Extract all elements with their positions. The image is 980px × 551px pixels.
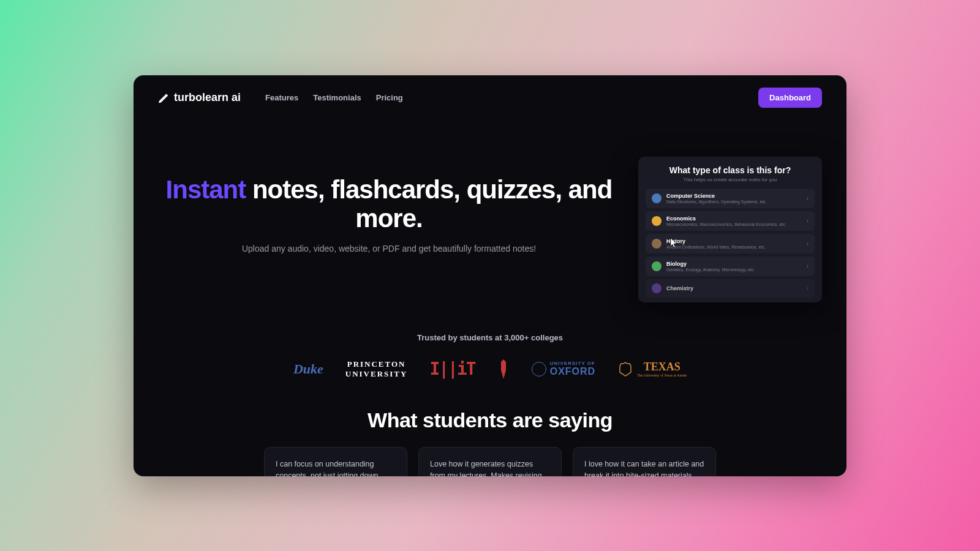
logo-princeton: PRINCETONUNIVERSITY xyxy=(345,357,408,381)
class-subject-icon xyxy=(652,216,662,226)
class-subject-icon xyxy=(652,239,662,249)
class-option-computer-science[interactable]: Computer ScienceData Structures, Algorit… xyxy=(646,189,815,208)
nav-links: Features Testimonials Pricing xyxy=(265,93,403,102)
university-logos: Duke PRINCETONUNIVERSITY I||iT UNIVERSIT… xyxy=(134,357,846,381)
class-type-modal: What type of class is this for? This hel… xyxy=(638,157,822,302)
class-subject-icon xyxy=(652,283,662,293)
nav-pricing[interactable]: Pricing xyxy=(376,93,403,102)
class-name: Biology xyxy=(666,261,802,267)
nav-testimonials[interactable]: Testimonials xyxy=(313,93,361,102)
class-subject-icon xyxy=(652,193,662,203)
class-option-biology[interactable]: BiologyGenetics, Ecology, Anatomy, Micro… xyxy=(646,257,815,276)
chevron-right-icon: › xyxy=(807,263,809,269)
chevron-right-icon: › xyxy=(807,240,809,247)
class-name: Computer Science xyxy=(666,193,802,199)
class-option-history[interactable]: HistoryAncient Civilizations, World Wars… xyxy=(646,234,815,253)
class-desc: Data Structures, Algorithms, Operating S… xyxy=(666,200,802,204)
modal-subtitle: This helps us create accurate notes for … xyxy=(646,177,815,182)
logo-duke: Duke xyxy=(293,357,323,381)
hero-right: What type of class is this for? This hel… xyxy=(638,175,822,302)
chevron-right-icon: › xyxy=(807,217,809,224)
top-nav: turbolearn ai Features Testimonials Pric… xyxy=(134,75,846,120)
headline-rest: notes, flashcards, quizzes, and more. xyxy=(246,175,612,233)
class-subject-icon xyxy=(652,261,662,271)
class-name: Economics xyxy=(666,216,802,222)
dashboard-button[interactable]: Dashboard xyxy=(758,88,822,108)
class-name: History xyxy=(666,238,802,244)
hero-section: Instant notes, flashcards, quizzes, and … xyxy=(134,120,846,315)
class-name: Chemistry xyxy=(666,285,802,291)
testimonials-heading: What students are saying xyxy=(134,408,846,432)
class-option-chemistry[interactable]: Chemistry› xyxy=(646,279,815,298)
class-desc: Genetics, Ecology, Anatomy, Microbiology… xyxy=(666,268,802,272)
testimonial-card: Love how it generates quizzes from my le… xyxy=(418,447,562,476)
oxford-seal-icon xyxy=(532,362,546,377)
subheadline: Upload any audio, video, website, or PDF… xyxy=(158,244,620,253)
nav-features[interactable]: Features xyxy=(265,93,298,102)
testimonial-card: I love how it can take an article and br… xyxy=(573,447,716,476)
chevron-right-icon: › xyxy=(807,195,809,201)
modal-title: What type of class is this for? xyxy=(646,165,815,175)
app-window: turbolearn ai Features Testimonials Pric… xyxy=(134,75,846,476)
pen-icon xyxy=(158,92,169,103)
logo-oxford: UNIVERSITY OFOXFORD xyxy=(532,357,595,381)
chevron-right-icon: › xyxy=(807,285,809,291)
brand-text: turbolearn ai xyxy=(174,91,241,104)
class-desc: Ancient Civilizations, World Wars, Renai… xyxy=(666,245,802,249)
logo-texas: TEXASThe University of Texas at Austin xyxy=(617,357,687,381)
logo-mit: I||iT xyxy=(429,357,475,381)
testimonials-row: I can focus on understanding concepts, n… xyxy=(134,432,846,476)
class-option-economics[interactable]: EconomicsMicroeconomics, Macroeconomics,… xyxy=(646,211,815,231)
logo-stanford xyxy=(497,357,510,381)
hero-left: Instant notes, flashcards, quizzes, and … xyxy=(158,175,620,253)
headline: Instant notes, flashcards, quizzes, and … xyxy=(158,175,620,233)
headline-accent: Instant xyxy=(166,175,246,204)
class-desc: Microeconomics, Macroeconomics, Behavior… xyxy=(666,222,802,227)
trusted-text: Trusted by students at 3,000+ colleges xyxy=(134,333,846,342)
testimonial-card: I can focus on understanding concepts, n… xyxy=(264,447,407,476)
brand-logo[interactable]: turbolearn ai xyxy=(158,91,241,104)
texas-seal-icon xyxy=(617,361,633,377)
